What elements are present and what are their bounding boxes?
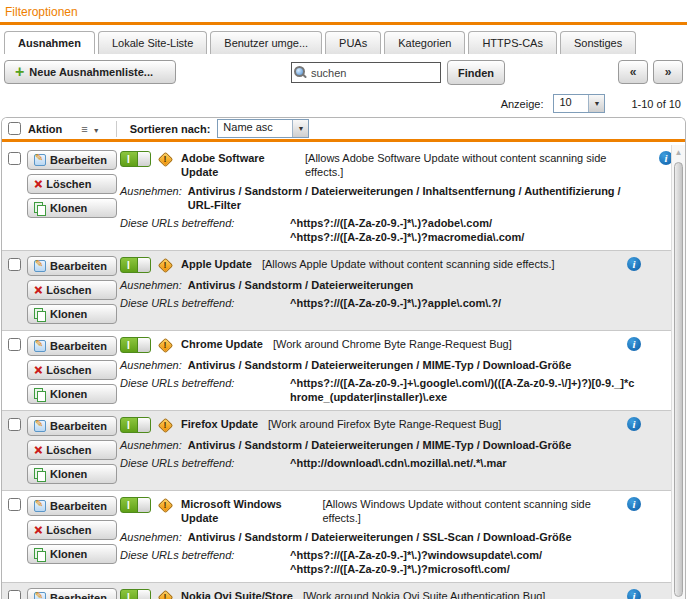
- urls-label: Diese URLs betreffend:: [120, 216, 290, 244]
- row-actions: Bearbeiten × Löschen Klonen: [24, 416, 120, 484]
- clone-label: Klonen: [50, 468, 87, 480]
- delete-button[interactable]: × Löschen: [27, 280, 117, 300]
- clone-button[interactable]: Klonen: [27, 198, 117, 218]
- enabled-toggle[interactable]: I: [120, 589, 151, 599]
- table-row: Bearbeiten × Löschen Klonen I ! Nokia Ov…: [2, 583, 671, 599]
- clone-button[interactable]: Klonen: [27, 304, 117, 324]
- page-size-select[interactable]: 10 ▼: [553, 94, 605, 113]
- row-checkbox-cell: [2, 496, 24, 576]
- scrollbar[interactable]: ▲: [671, 145, 685, 599]
- header-divider: [116, 121, 117, 137]
- edit-button[interactable]: Bearbeiten: [27, 150, 117, 170]
- row-content: I ! Chrome Update [Work around Chrome By…: [120, 336, 671, 404]
- info-icon[interactable]: i: [627, 497, 641, 511]
- clone-button[interactable]: Klonen: [27, 544, 117, 564]
- edit-label: Bearbeiten: [50, 500, 107, 512]
- tab-puas[interactable]: PUAs: [325, 31, 381, 54]
- url-pattern: ^https?://([A-Za-z0-9.-]*\.)?windowsupda…: [290, 548, 638, 562]
- edit-button[interactable]: Bearbeiten: [27, 496, 117, 516]
- url-list: ^https?://([A-Za-z0-9.-]*\.)?apple\.com\…: [290, 296, 638, 310]
- exempt-value: Antivirus / Sandstorm / Dateierweiterung…: [188, 184, 637, 212]
- display-label: Anzeige:: [501, 98, 544, 110]
- display-controls: Anzeige: 10 ▼ 1-10 of 10: [6, 94, 681, 113]
- edit-button[interactable]: Bearbeiten: [27, 588, 117, 599]
- warning-icon: !: [157, 417, 173, 433]
- tab-kategorien[interactable]: Kategorien: [384, 31, 465, 54]
- enabled-toggle[interactable]: I: [120, 497, 151, 513]
- edit-button[interactable]: Bearbeiten: [27, 416, 117, 436]
- delete-button[interactable]: × Löschen: [27, 440, 117, 460]
- row-checkbox[interactable]: [8, 258, 21, 271]
- enabled-toggle[interactable]: I: [120, 337, 151, 353]
- clone-icon: [34, 548, 46, 561]
- tab-sonstiges[interactable]: Sonstiges: [560, 31, 636, 54]
- toolbar: + Neue Ausnahmenliste... Finden « »: [4, 60, 683, 86]
- delete-button[interactable]: × Löschen: [27, 520, 117, 540]
- urls-label: Diese URLs betreffend:: [120, 548, 290, 576]
- prev-page-button[interactable]: «: [618, 60, 648, 84]
- row-actions: Bearbeiten × Löschen Klonen: [24, 588, 120, 599]
- info-icon[interactable]: i: [627, 589, 641, 599]
- enabled-toggle[interactable]: I: [120, 257, 151, 273]
- next-page-button[interactable]: »: [653, 60, 683, 84]
- row-checkbox-cell: [2, 150, 24, 244]
- enabled-toggle[interactable]: I: [120, 151, 151, 167]
- delete-icon: ×: [34, 523, 42, 537]
- row-checkbox[interactable]: [8, 590, 21, 599]
- row-actions: Bearbeiten × Löschen Klonen: [24, 150, 120, 244]
- row-checkbox[interactable]: [8, 418, 21, 431]
- tab-https-cas[interactable]: HTTPS-CAs: [468, 31, 557, 54]
- exception-name: Chrome Update: [181, 337, 263, 351]
- clone-button[interactable]: Klonen: [27, 384, 117, 404]
- enabled-toggle[interactable]: I: [120, 417, 151, 433]
- select-all-checkbox[interactable]: [8, 122, 21, 135]
- edit-icon: [34, 260, 46, 272]
- delete-button[interactable]: × Löschen: [27, 174, 117, 194]
- info-icon[interactable]: i: [627, 417, 641, 431]
- action-menu-icon[interactable]: ≡ ▼: [81, 123, 100, 135]
- edit-icon: [34, 592, 46, 599]
- toggle-knob: [137, 498, 150, 512]
- edit-button[interactable]: Bearbeiten: [27, 336, 117, 356]
- scroll-up-icon[interactable]: ▲: [672, 145, 685, 160]
- row-actions: Bearbeiten × Löschen Klonen: [24, 256, 120, 324]
- clone-icon: [34, 202, 46, 215]
- search-input[interactable]: [291, 62, 441, 83]
- delete-icon: ×: [34, 363, 42, 377]
- exempt-label: Ausnehmen:: [120, 438, 182, 452]
- edit-label: Bearbeiten: [50, 260, 107, 272]
- tab-ausnahmen[interactable]: Ausnahmen: [4, 31, 95, 54]
- exempt-label: Ausnehmen:: [120, 358, 182, 372]
- plus-icon: +: [15, 64, 24, 80]
- exception-description: [Work around Chrome Byte Range-Request B…: [273, 337, 512, 351]
- tab-lokale-site-liste[interactable]: Lokale Site-Liste: [98, 31, 207, 54]
- delete-label: Löschen: [46, 284, 91, 296]
- edit-button[interactable]: Bearbeiten: [27, 256, 117, 276]
- urls-label: Diese URLs betreffend:: [120, 296, 290, 310]
- row-checkbox[interactable]: [8, 338, 21, 351]
- chevron-down-icon: ▼: [588, 95, 604, 112]
- exception-description: [Allows Adobe Software Update without co…: [305, 151, 643, 179]
- delete-label: Löschen: [46, 364, 91, 376]
- clone-button[interactable]: Klonen: [27, 464, 117, 484]
- warning-icon: !: [157, 497, 173, 513]
- url-list: ^http://download\.cdn\.mozilla\.net/.*\.…: [290, 456, 638, 470]
- scrollbar-thumb[interactable]: [674, 162, 683, 597]
- exception-name: Nokia Ovi Suite/Store: [181, 589, 293, 599]
- toggle-on-label: I: [127, 259, 130, 272]
- tab-benutzer-umgehung[interactable]: Benutzer umge...: [210, 31, 322, 54]
- edit-icon: [34, 420, 46, 432]
- info-icon[interactable]: i: [627, 257, 641, 271]
- delete-button[interactable]: × Löschen: [27, 360, 117, 380]
- edit-label: Bearbeiten: [50, 420, 107, 432]
- sort-select[interactable]: Name asc ▼: [217, 119, 309, 138]
- find-button[interactable]: Finden: [447, 60, 505, 85]
- exempt-value: Antivirus / Sandstorm / Dateierweiterung…: [188, 530, 605, 544]
- delete-label: Löschen: [46, 524, 91, 536]
- new-exception-list-button[interactable]: + Neue Ausnahmenliste...: [4, 60, 176, 84]
- clone-label: Klonen: [50, 388, 87, 400]
- row-checkbox[interactable]: [8, 152, 21, 165]
- row-checkbox[interactable]: [8, 498, 21, 511]
- info-icon[interactable]: i: [627, 337, 641, 351]
- table-row: Bearbeiten × Löschen Klonen I ! Firefox …: [2, 411, 671, 491]
